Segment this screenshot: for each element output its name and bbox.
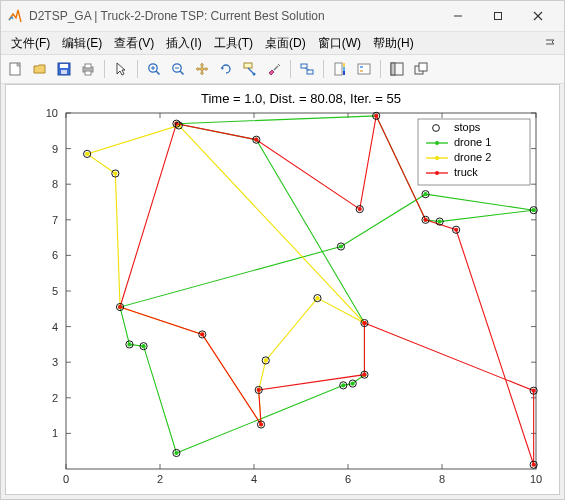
new-figure-icon[interactable] — [5, 58, 27, 80]
titlebar: D2TSP_GA | Truck-2-Drone TSP: Current Be… — [1, 1, 564, 32]
legend-icon[interactable] — [353, 58, 375, 80]
route-marker — [315, 296, 319, 300]
x-tick-label: 10 — [530, 473, 542, 485]
route-marker — [374, 114, 378, 118]
y-tick-label: 4 — [52, 321, 58, 333]
svg-rect-9 — [85, 64, 91, 68]
maximize-button[interactable] — [478, 2, 518, 30]
svg-rect-18 — [244, 63, 252, 68]
svg-line-16 — [180, 71, 184, 75]
menu-desktop[interactable]: 桌面(D) — [259, 33, 312, 54]
route-marker — [113, 171, 117, 175]
route-marker — [259, 422, 263, 426]
svg-rect-23 — [307, 70, 313, 74]
legend-entry: drone 1 — [454, 136, 491, 148]
route-marker — [257, 388, 261, 392]
colorbar-icon[interactable] — [329, 58, 351, 80]
route-marker — [532, 208, 536, 212]
route-marker — [254, 138, 258, 142]
y-tick-label: 1 — [52, 427, 58, 439]
menu-insert[interactable]: 插入(I) — [160, 33, 207, 54]
svg-rect-22 — [301, 64, 307, 68]
svg-point-69 — [435, 141, 439, 145]
route-marker — [362, 321, 366, 325]
route-marker — [423, 192, 427, 196]
toolbar — [1, 55, 564, 84]
legend-entry: drone 2 — [454, 151, 491, 163]
route-marker — [85, 152, 89, 156]
y-tick-label: 6 — [52, 249, 58, 261]
svg-rect-27 — [343, 71, 345, 75]
svg-rect-32 — [391, 63, 395, 75]
window-buttons — [438, 2, 558, 30]
brush-icon[interactable] — [263, 58, 285, 80]
x-tick-label: 4 — [251, 473, 257, 485]
route-marker — [351, 381, 355, 385]
route-marker — [141, 344, 145, 348]
route-marker — [532, 389, 536, 393]
route-marker — [200, 332, 204, 336]
app-window: D2TSP_GA | Truck-2-Drone TSP: Current Be… — [0, 0, 565, 500]
x-tick-label: 0 — [63, 473, 69, 485]
svg-rect-7 — [61, 70, 67, 74]
y-tick-label: 2 — [52, 392, 58, 404]
pointer-icon[interactable] — [110, 58, 132, 80]
y-tick-label: 7 — [52, 214, 58, 226]
svg-line-12 — [156, 71, 160, 75]
zoom-out-icon[interactable] — [167, 58, 189, 80]
y-tick-label: 10 — [46, 107, 58, 119]
menu-edit[interactable]: 编辑(E) — [56, 33, 108, 54]
y-tick-label: 3 — [52, 356, 58, 368]
legend-entry: stops — [454, 121, 481, 133]
svg-rect-24 — [335, 63, 342, 75]
svg-rect-28 — [358, 64, 370, 74]
menu-file[interactable]: 文件(F) — [5, 33, 56, 54]
route-marker — [423, 218, 427, 222]
svg-line-19 — [248, 68, 253, 73]
x-tick-label: 2 — [157, 473, 163, 485]
pan-icon[interactable] — [191, 58, 213, 80]
data-cursor-icon[interactable] — [239, 58, 261, 80]
svg-rect-26 — [343, 63, 345, 67]
matlab-logo-icon — [7, 8, 23, 24]
route-marker — [358, 207, 362, 211]
legend-entry: truck — [454, 166, 478, 178]
route-marker — [532, 463, 536, 467]
undock-icon[interactable] — [410, 58, 432, 80]
chart-title: Time = 1.0, Dist. = 80.08, Iter. = 55 — [201, 91, 401, 106]
menubar: 文件(F) 编辑(E) 查看(V) 插入(I) 工具(T) 桌面(D) 窗口(W… — [1, 32, 564, 55]
minimize-button[interactable] — [438, 2, 478, 30]
dock-icon[interactable] — [386, 58, 408, 80]
window-title: D2TSP_GA | Truck-2-Drone TSP: Current Be… — [29, 9, 438, 23]
zoom-in-icon[interactable] — [143, 58, 165, 80]
print-icon[interactable] — [77, 58, 99, 80]
svg-rect-34 — [419, 63, 427, 71]
svg-rect-6 — [60, 64, 68, 68]
open-icon[interactable] — [29, 58, 51, 80]
link-icon[interactable] — [296, 58, 318, 80]
route-marker — [362, 373, 366, 377]
figure-area[interactable]: Time = 1.0, Dist. = 80.08, Iter. = 55024… — [5, 84, 560, 495]
svg-point-71 — [435, 156, 439, 160]
svg-point-73 — [435, 171, 439, 175]
route-marker — [174, 451, 178, 455]
close-button[interactable] — [518, 2, 558, 30]
route-marker — [438, 219, 442, 223]
menu-overflow-icon[interactable] — [540, 36, 560, 51]
svg-rect-1 — [495, 13, 502, 20]
route-marker — [341, 383, 345, 387]
menu-view[interactable]: 查看(V) — [108, 33, 160, 54]
route-marker — [127, 342, 131, 346]
y-tick-label: 5 — [52, 285, 58, 297]
menu-window[interactable]: 窗口(W) — [312, 33, 367, 54]
menu-help[interactable]: 帮助(H) — [367, 33, 420, 54]
y-tick-label: 9 — [52, 143, 58, 155]
svg-line-21 — [274, 66, 278, 70]
save-icon[interactable] — [53, 58, 75, 80]
chart: Time = 1.0, Dist. = 80.08, Iter. = 55024… — [6, 85, 559, 493]
menu-tools[interactable]: 工具(T) — [208, 33, 259, 54]
route-marker — [339, 244, 343, 248]
y-tick-label: 8 — [52, 178, 58, 190]
rotate-icon[interactable] — [215, 58, 237, 80]
svg-rect-10 — [85, 71, 91, 75]
